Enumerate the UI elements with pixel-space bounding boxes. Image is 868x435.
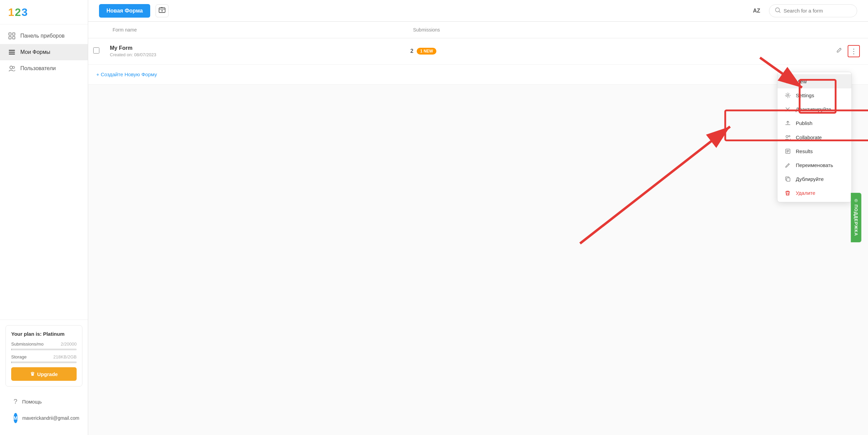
- dropdown-results-label: Results: [796, 148, 813, 154]
- user-profile-item[interactable]: M maverickandrii@gmail.com: [5, 409, 82, 427]
- submissions-value: 2/20000: [61, 341, 77, 347]
- sort-az-label: AZ: [753, 8, 760, 14]
- search-input[interactable]: [784, 8, 851, 14]
- svg-point-15: [789, 136, 790, 137]
- main-content: Новая Форма AZ: [88, 0, 868, 435]
- plan-box: Your plan is: Platinum Submissions/mo 2/…: [5, 325, 82, 387]
- logo-digit-1: 1: [8, 6, 15, 18]
- dropdown-item-publish[interactable]: Publish: [777, 116, 851, 130]
- plan-title: Your plan is: Platinum: [11, 331, 77, 337]
- add-form-link[interactable]: + Создайте Новую Форму: [96, 71, 157, 77]
- sidebar-item-my-forms[interactable]: Мои Формы: [0, 44, 88, 60]
- svg-point-11: [785, 80, 790, 83]
- sidebar-item-dashboard[interactable]: Панель приборов: [0, 28, 88, 44]
- sidebar-nav: Панель приборов Мои Формы П: [0, 24, 88, 319]
- row-checkbox[interactable]: [93, 47, 99, 54]
- row-checkbox-cell: [88, 38, 104, 65]
- forms-table: Form name Submissions My Form Created on…: [88, 22, 868, 85]
- add-folder-button[interactable]: [156, 4, 169, 17]
- dropdown-item-rename[interactable]: Переименовать: [777, 158, 851, 172]
- support-icon: ©: [854, 199, 859, 203]
- support-tab[interactable]: © ПОДДЕРЖКА: [851, 193, 862, 242]
- content-area: Form name Submissions My Form Created on…: [88, 22, 868, 435]
- storage-progress-bar: [11, 361, 77, 363]
- svg-point-7: [10, 66, 13, 69]
- search-icon: [775, 7, 781, 15]
- upload-icon: [784, 120, 791, 126]
- add-form-cell: + Создайте Новую Форму: [88, 64, 868, 84]
- actions-cell: ⋮: [632, 38, 868, 65]
- eye-icon: [784, 78, 791, 84]
- submissions-label: Submissions/mo: [11, 341, 43, 347]
- dropdown-collaborate-label: Collaborate: [796, 134, 822, 140]
- support-label: ПОДДЕРЖКА: [854, 205, 859, 236]
- sidebar-item-users[interactable]: Пользователи: [0, 60, 88, 77]
- add-form-row: + Создайте Новую Форму: [88, 64, 868, 84]
- storage-value: 218KB/2GB: [53, 354, 77, 359]
- svg-point-10: [775, 8, 780, 12]
- sort-button[interactable]: AZ: [750, 6, 764, 16]
- svg-rect-4: [9, 50, 15, 51]
- form-name: My Form: [110, 45, 399, 51]
- app-logo: 123: [0, 0, 88, 24]
- svg-rect-5: [9, 52, 15, 53]
- dropdown-publish-label: Publish: [796, 120, 812, 126]
- svg-rect-3: [13, 37, 15, 39]
- svg-point-13: [787, 95, 789, 96]
- dropdown-deactivate-label: Деактивируйте: [796, 106, 831, 112]
- sidebar-bottom: Your plan is: Platinum Submissions/mo 2/…: [0, 319, 88, 435]
- dropdown-view-label: View: [796, 79, 807, 84]
- submissions-number: 2: [410, 48, 413, 54]
- svg-rect-1: [13, 33, 15, 35]
- svg-point-12: [787, 81, 789, 82]
- submissions-progress-fill: [11, 349, 12, 350]
- more-options-button[interactable]: ⋮: [848, 45, 860, 57]
- gear-icon: [784, 92, 791, 98]
- dropdown-item-collaborate[interactable]: Collaborate: [777, 130, 851, 144]
- collaborate-icon: [784, 134, 791, 140]
- x-icon: [784, 107, 791, 112]
- dropdown-item-duplicate[interactable]: Дублируйте: [777, 172, 851, 186]
- upgrade-label: Upgrade: [37, 371, 58, 377]
- storage-label: Storage: [11, 354, 27, 359]
- avatar: M: [14, 413, 18, 423]
- results-icon: [784, 148, 791, 154]
- dropdown-rename-label: Переименовать: [796, 162, 833, 168]
- svg-rect-6: [9, 54, 15, 55]
- checkbox-col-header: [88, 22, 104, 38]
- form-name-col-header: Form name: [104, 22, 405, 38]
- user-email: maverickandrii@gmail.com: [22, 415, 79, 421]
- submissions-row: Submissions/mo 2/20000: [11, 341, 77, 347]
- edit-button[interactable]: [833, 45, 845, 58]
- trash-icon: [784, 190, 791, 196]
- help-item[interactable]: ? Помощь: [5, 394, 82, 409]
- users-icon: [8, 65, 16, 72]
- search-bar[interactable]: [769, 4, 857, 17]
- form-name-cell: My Form Created on: 08/07/2023: [104, 38, 405, 65]
- sidebar-footer: ? Помощь M maverickandrii@gmail.com: [5, 391, 82, 430]
- svg-point-14: [786, 136, 788, 138]
- dropdown-item-results[interactable]: Results: [777, 144, 851, 158]
- copy-icon: [784, 176, 791, 182]
- sidebar-dashboard-label: Панель приборов: [20, 33, 65, 39]
- upgrade-button[interactable]: ♛ Upgrade: [11, 367, 77, 381]
- pencil-icon: [836, 47, 842, 55]
- dropdown-duplicate-label: Дублируйте: [796, 176, 824, 182]
- dropdown-settings-label: Settings: [796, 92, 814, 98]
- sidebar: 123 Панель приборов: [0, 0, 88, 435]
- svg-rect-17: [787, 178, 790, 181]
- submissions-col-header: Submissions: [405, 22, 632, 38]
- submissions-cell: 2 1 NEW: [405, 38, 632, 65]
- dropdown-item-settings[interactable]: Settings: [777, 88, 851, 102]
- new-form-button[interactable]: Новая Форма: [99, 4, 150, 18]
- logo-digit-3: 3: [22, 6, 28, 18]
- svg-point-8: [13, 66, 15, 68]
- table-row: My Form Created on: 08/07/2023 2 1 NEW: [88, 38, 868, 65]
- three-dots-icon: ⋮: [850, 47, 857, 55]
- dropdown-item-view[interactable]: View: [777, 74, 851, 88]
- list-icon: [8, 48, 16, 56]
- help-label: Помощь: [22, 399, 42, 405]
- dropdown-item-delete[interactable]: Удалите: [777, 186, 851, 200]
- dropdown-item-deactivate[interactable]: Деактивируйте: [777, 102, 851, 116]
- sidebar-my-forms-label: Мои Формы: [20, 49, 50, 55]
